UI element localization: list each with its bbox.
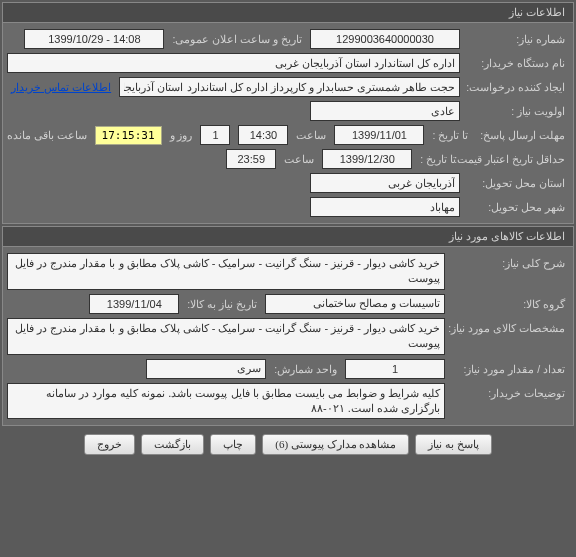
need-number-field[interactable] [310, 29, 460, 49]
goods-info-header: اطلاعات کالاهای مورد نیاز [3, 227, 573, 247]
priority-field[interactable] [310, 101, 460, 121]
credit-date-field[interactable] [322, 149, 412, 169]
need-number-label: شماره نیاز: [464, 33, 569, 45]
spec-field[interactable]: خرید کاشی دیوار - قرنیز - سنگ گرانیت - س… [7, 318, 445, 355]
buyer-org-field[interactable] [7, 53, 460, 73]
deadline-time-field[interactable] [238, 125, 288, 145]
group-label: گروه کالا: [449, 298, 569, 310]
credit-time-field[interactable] [226, 149, 276, 169]
respond-button[interactable]: پاسخ به نیاز [415, 434, 492, 455]
countdown-timer: 17:15:31 [95, 126, 162, 145]
spec-label: مشخصات کالای مورد نیاز: [449, 318, 569, 334]
requester-label: ایجاد کننده درخواست: [464, 81, 569, 93]
print-button[interactable]: چاپ [210, 434, 256, 455]
unit-label: واحد شمارش: [270, 363, 341, 375]
desc-label: شرح کلی نیاز: [449, 253, 569, 269]
time-label-2: ساعت [280, 153, 318, 165]
province-label: استان محل تحویل: [464, 177, 569, 189]
need-to-label: تاریخ نیاز به کالا: [183, 298, 261, 310]
deadline-label: مهلت ارسال پاسخ: [476, 129, 569, 141]
attachments-button[interactable]: مشاهده مدارک پیوستی (6) [262, 434, 409, 455]
desc-field[interactable]: خرید کاشی دیوار - قرنیز - سنگ گرانیت - س… [7, 253, 445, 290]
goods-info-panel: اطلاعات کالاهای مورد نیاز شرح کلی نیاز: … [2, 226, 574, 426]
days-label: روز و [166, 129, 197, 141]
province-field[interactable] [310, 173, 460, 193]
announce-field[interactable] [24, 29, 164, 49]
button-bar: پاسخ به نیاز مشاهده مدارک پیوستی (6) چاپ… [0, 428, 576, 461]
qty-label: تعداد / مقدار مورد نیاز: [449, 363, 569, 375]
until-date-label: تا تاریخ : [428, 129, 472, 141]
remaining-label: ساعت باقی مانده [3, 129, 91, 141]
qty-field[interactable] [345, 359, 445, 379]
requester-field[interactable] [119, 77, 460, 97]
unit-field[interactable] [146, 359, 266, 379]
back-button[interactable]: بازگشت [141, 434, 204, 455]
deadline-date-field[interactable] [334, 125, 424, 145]
need-info-header: اطلاعات نیاز [3, 3, 573, 23]
priority-label: اولویت نیاز : [464, 105, 569, 117]
notes-field[interactable]: کلیه شرایط و ضوابط می بایست مطابق با فای… [7, 383, 445, 420]
until-date-label-2: تا تاریخ : [416, 153, 460, 165]
time-label-1: ساعت [292, 129, 330, 141]
min-credit-label: حداقل تاریخ اعتبار قیمت: [464, 153, 569, 165]
exit-button[interactable]: خروج [84, 434, 135, 455]
city-field[interactable] [310, 197, 460, 217]
days-field [200, 125, 230, 145]
announce-label: تاریخ و ساعت اعلان عمومی: [168, 33, 306, 45]
contact-link[interactable]: اطلاعات تماس خریدار [7, 81, 115, 94]
group-field[interactable] [265, 294, 445, 314]
need-info-panel: اطلاعات نیاز شماره نیاز: تاریخ و ساعت اع… [2, 2, 574, 224]
city-label: شهر محل تحویل: [464, 201, 569, 213]
buyer-org-label: نام دستگاه خریدار: [464, 57, 569, 69]
notes-label: توضیحات خریدار: [449, 383, 569, 399]
need-to-field[interactable] [89, 294, 179, 314]
